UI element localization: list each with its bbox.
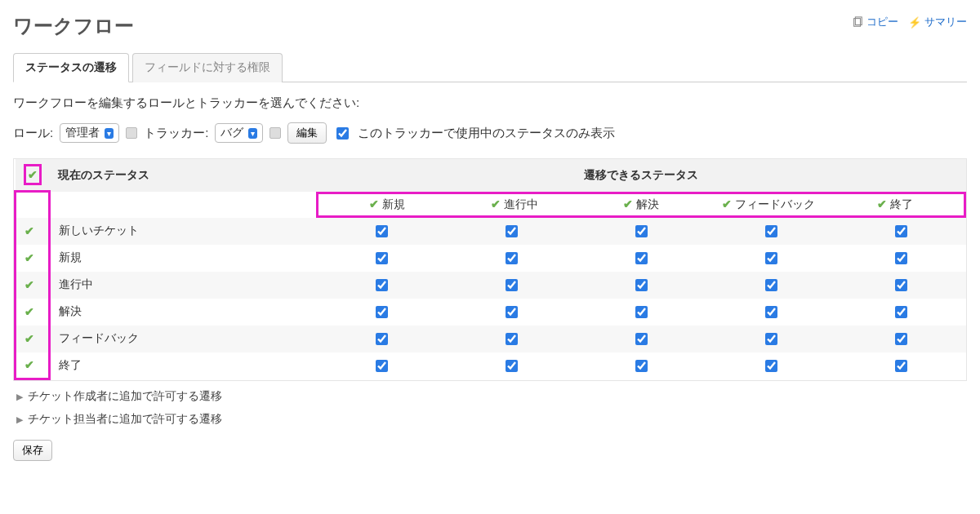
transition-checkbox[interactable] (506, 333, 518, 345)
bolt-icon: ⚡ (908, 16, 921, 29)
expander-author-label: チケット作成者に追加で許可する遷移 (28, 389, 222, 404)
tab-bar: ステータスの遷移 フィールドに対する権限 (13, 52, 967, 82)
triangle-right-icon: ▶ (16, 414, 23, 425)
filter-row: ロール: 管理者 ▾ トラッカー: バグ ▾ 編集 このトラッカーで使用中のステ… (13, 122, 967, 144)
tracker-reset-icon[interactable] (270, 127, 281, 139)
transition-checkbox[interactable] (635, 279, 648, 291)
transition-checkbox[interactable] (506, 306, 518, 318)
col-header: 新規 (382, 197, 405, 210)
transition-checkbox[interactable] (376, 360, 388, 372)
transition-checkbox[interactable] (506, 279, 518, 291)
role-select-value: 管理者 (65, 126, 100, 140)
transition-checkbox[interactable] (376, 279, 388, 291)
instruction-text: ワークフローを編集するロールとトラッカーを選んでください: (13, 95, 967, 111)
expander-author[interactable]: ▶ チケット作成者に追加で許可する遷移 (16, 389, 967, 404)
col-header: 進行中 (504, 197, 538, 210)
check-icon[interactable]: ✔ (491, 197, 501, 210)
tracker-label: トラッカー: (144, 126, 208, 141)
check-icon[interactable]: ✔ (24, 278, 34, 291)
transition-checkbox[interactable] (506, 252, 518, 264)
check-icon[interactable]: ✔ (369, 197, 379, 210)
role-select[interactable]: 管理者 ▾ (60, 123, 119, 143)
copy-link-label: コピー (866, 15, 898, 29)
edit-button[interactable]: 編集 (287, 122, 327, 144)
transition-checkbox[interactable] (895, 225, 907, 237)
transition-checkbox[interactable] (895, 360, 907, 372)
current-status-header: 現在のステータス (50, 159, 317, 192)
row-label: 終了 (50, 352, 317, 379)
row-label: 新しいチケット (50, 218, 317, 245)
chevron-down-icon: ▾ (248, 128, 257, 139)
row-label: 進行中 (50, 272, 317, 299)
transition-checkbox[interactable] (376, 306, 388, 318)
transition-checkbox[interactable] (635, 306, 648, 318)
transition-checkbox[interactable] (895, 279, 907, 291)
used-only-checkbox[interactable] (336, 127, 349, 140)
transition-checkbox[interactable] (506, 225, 518, 237)
role-label: ロール: (13, 126, 53, 141)
transition-checkbox[interactable] (765, 360, 777, 372)
save-button[interactable]: 保存 (13, 440, 52, 461)
transition-checkbox[interactable] (765, 306, 777, 318)
row-label: 解決 (50, 299, 317, 326)
chevron-down-icon: ▾ (105, 128, 114, 139)
role-reset-icon[interactable] (126, 127, 137, 139)
highlight-box: ✔ (24, 164, 42, 185)
transition-checkbox[interactable] (635, 333, 648, 345)
transition-checkbox[interactable] (765, 252, 777, 264)
expander-assignee-label: チケット担当者に追加で許可する遷移 (28, 412, 222, 427)
summary-link[interactable]: ⚡ サマリー (908, 15, 967, 29)
page-title: ワークフロー (13, 13, 134, 39)
transition-table: ✔ 現在のステータス 遷移できるステータス ✔ 新規 ✔ 進行中 ✔ 解決 ✔ … (13, 158, 967, 381)
col-header: フィードバック (735, 197, 815, 210)
transition-checkbox[interactable] (895, 333, 907, 345)
tab-field-permission[interactable]: フィールドに対する権限 (132, 53, 283, 82)
used-only-label: このトラッカーで使用中のステータスのみ表示 (358, 126, 615, 141)
transition-checkbox[interactable] (376, 333, 388, 345)
check-icon[interactable]: ✔ (24, 358, 34, 371)
transition-checkbox[interactable] (635, 360, 648, 372)
transition-checkbox[interactable] (765, 333, 777, 345)
check-icon[interactable]: ✔ (722, 197, 732, 210)
transition-checkbox[interactable] (765, 225, 777, 237)
transition-checkbox[interactable] (895, 252, 907, 264)
transition-checkbox[interactable] (376, 225, 388, 237)
transition-checkbox[interactable] (635, 252, 648, 264)
copy-link[interactable]: コピー (852, 15, 898, 29)
transition-checkbox[interactable] (765, 279, 777, 291)
col-header: 終了 (890, 197, 913, 210)
transition-checkbox[interactable] (635, 225, 648, 237)
check-icon[interactable]: ✔ (877, 197, 887, 210)
check-icon[interactable]: ✔ (24, 224, 34, 237)
expander-assignee[interactable]: ▶ チケット担当者に追加で許可する遷移 (16, 412, 967, 427)
copy-icon (852, 16, 863, 28)
col-header: 解決 (636, 197, 659, 210)
tracker-select[interactable]: バグ ▾ (215, 123, 263, 143)
check-icon[interactable]: ✔ (623, 197, 633, 210)
transition-checkbox[interactable] (506, 360, 518, 372)
triangle-right-icon: ▶ (16, 392, 23, 402)
summary-link-label: サマリー (924, 15, 967, 29)
transition-checkbox[interactable] (895, 306, 907, 318)
allowed-header: 遷移できるステータス (316, 159, 966, 192)
check-icon[interactable]: ✔ (24, 332, 34, 345)
tab-status-transition[interactable]: ステータスの遷移 (13, 53, 129, 82)
tracker-select-value: バグ (220, 126, 243, 140)
check-icon[interactable]: ✔ (24, 305, 34, 318)
row-label: フィードバック (50, 326, 317, 352)
transition-checkbox[interactable] (376, 252, 388, 264)
check-all-current-icon[interactable]: ✔ (28, 168, 38, 181)
row-label: 新規 (50, 245, 317, 272)
check-icon[interactable]: ✔ (24, 251, 34, 264)
